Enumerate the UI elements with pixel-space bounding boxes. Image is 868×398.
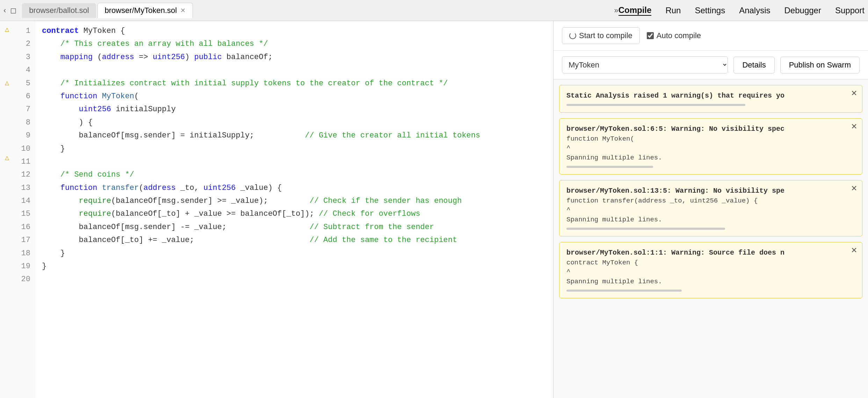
warning-title-2: browser/MyToken.sol:6:5: Warning: No vis…: [566, 125, 853, 133]
ln-7: 7: [14, 103, 35, 116]
auto-compile-label: Auto compile: [647, 31, 701, 40]
ln-4: 4: [14, 64, 35, 77]
start-compile-button[interactable]: Start to compile: [562, 27, 640, 44]
code-line-7: uint256 initialSupply: [42, 103, 546, 116]
code-line-14: require(balanceOf[msg.sender] >= _value)…: [42, 194, 546, 207]
ln-6: 6: [14, 90, 35, 103]
warning-code-2a: function MyToken(: [566, 135, 855, 143]
close-warning-1[interactable]: ✕: [851, 89, 857, 98]
warning-card-1: ✕ Static Analysis raised 1 warning(s) th…: [559, 85, 862, 113]
code-line-19: }: [42, 260, 546, 273]
code-line-3: mapping (address => uint256) public bala…: [42, 51, 546, 64]
code-line-16: balanceOf[msg.sender] -= _value; // Subt…: [42, 221, 546, 234]
details-button[interactable]: Details: [733, 57, 774, 73]
ln-13: 13: [14, 182, 35, 194]
ln-11: 11: [14, 155, 35, 168]
warning-code-4a: contract MyToken {: [566, 259, 855, 266]
gutter-row-19: [0, 217, 14, 228]
publish-swarm-button[interactable]: Publish on Swarm: [780, 57, 860, 73]
warning-card-3: ✕ browser/MyToken.sol:13:5: Warning: No …: [559, 180, 862, 236]
close-warning-4[interactable]: ✕: [851, 246, 857, 255]
ln-14: 14: [14, 194, 35, 207]
warning-progress-3: [566, 228, 725, 230]
line-numbers: 1 2 3 4 5 6 7 8 9 10 11 12 13 14 15 16 1…: [14, 21, 35, 398]
code-line-13: function transfer(address _to, uint256 _…: [42, 182, 546, 194]
code-editor[interactable]: contract MyToken { /* This creates an ar…: [35, 21, 553, 398]
warning-icon-13: △: [5, 152, 9, 164]
code-line-5: /* Initializes contract with initial sup…: [42, 77, 546, 90]
gutter-row-11: [0, 132, 14, 142]
gutter-row-3: [0, 46, 14, 57]
main-layout: △ △ △: [0, 21, 868, 398]
tab-mytoken-label: browser/MyToken.sol: [105, 6, 177, 15]
warning-caret-3: ^: [566, 206, 855, 214]
nav-debugger[interactable]: Debugger: [784, 6, 821, 15]
warning-title-3: browser/MyToken.sol:13:5: Warning: No vi…: [566, 187, 853, 195]
code-line-17: balanceOf[_to] += _value; // Add the sam…: [42, 234, 546, 247]
code-line-11: [42, 155, 546, 168]
warning-card-4: ✕ browser/MyToken.sol:1:1: Warning: Sour…: [559, 242, 862, 298]
ln-3: 3: [14, 51, 35, 64]
tab-mytoken[interactable]: browser/MyToken.sol ✕: [97, 3, 193, 18]
ln-9: 9: [14, 129, 35, 142]
warning-caret-4: ^: [566, 268, 855, 276]
ln-5: 5: [14, 77, 35, 90]
ln-8: 8: [14, 116, 35, 129]
tab-ballot[interactable]: browser/ballot.sol: [22, 3, 96, 18]
gutter-row-10: [0, 121, 14, 132]
warning-span-3: Spanning multiple lines.: [566, 216, 855, 223]
top-nav: Compile Run Settings Analysis Debugger S…: [619, 5, 865, 16]
auto-compile-checkbox[interactable]: [647, 32, 654, 39]
warning-title-1: Static Analysis raised 1 warning(s) that…: [566, 92, 853, 100]
warning-icon-1: △: [5, 24, 9, 36]
nav-support[interactable]: Support: [835, 6, 865, 15]
gutter-row-14: [0, 164, 14, 175]
ln-16: 16: [14, 221, 35, 234]
code-line-10: }: [42, 142, 546, 155]
ln-12: 12: [14, 168, 35, 181]
warning-span-4: Spanning multiple lines.: [566, 278, 855, 285]
gutter-row-16: [0, 185, 14, 196]
warning-span-2: Spanning multiple lines.: [566, 154, 855, 162]
warning-icon-6: △: [5, 77, 9, 89]
code-line-15: require(balanceOf[_to] + _value >= balan…: [42, 207, 546, 220]
back-icon[interactable]: ‹: [3, 6, 6, 15]
right-panel: Start to compile Auto compile MyToken De…: [554, 21, 868, 398]
warning-progress-2: [566, 166, 653, 168]
gutter-row-2: [0, 35, 14, 46]
more-nav-icon[interactable]: »: [614, 6, 618, 15]
warning-title-4: browser/MyToken.sol:1:1: Warning: Source…: [566, 249, 853, 257]
contract-selector[interactable]: MyToken: [562, 56, 728, 73]
close-warning-3[interactable]: ✕: [851, 184, 857, 193]
nav-settings[interactable]: Settings: [695, 6, 725, 15]
ln-10: 10: [14, 142, 35, 155]
close-tab-icon[interactable]: ✕: [180, 7, 186, 14]
gutter-row-9: [0, 110, 14, 121]
gutter-row-4: [0, 57, 14, 67]
gutter: △ △ △: [0, 21, 14, 398]
tab-nav-icons: ‹ ◻: [3, 6, 16, 15]
ln-1: 1: [14, 24, 35, 37]
warning-code-3a: function transfer(address _to, uint256 _…: [566, 197, 855, 205]
gutter-row-20: [0, 228, 14, 239]
gutter-row-5: [0, 67, 14, 78]
nav-analysis[interactable]: Analysis: [739, 6, 770, 15]
ln-18: 18: [14, 247, 35, 260]
warning-progress-4: [566, 290, 682, 292]
gutter-row-6: △: [0, 78, 14, 89]
warning-progress-1: [566, 104, 745, 106]
editor-panel: △ △ △: [0, 21, 554, 398]
warning-card-2: ✕ browser/MyToken.sol:6:5: Warning: No v…: [559, 118, 862, 175]
compile-btn-label: Start to compile: [579, 31, 632, 40]
close-warning-2[interactable]: ✕: [851, 122, 857, 131]
tab-ballot-label: browser/ballot.sol: [29, 6, 89, 15]
nav-compile[interactable]: Compile: [619, 5, 652, 16]
gutter-row-12: [0, 142, 14, 153]
code-line-2: /* This creates an array with all balanc…: [42, 37, 546, 50]
contract-row: MyToken Details Publish on Swarm: [554, 51, 868, 79]
nav-run[interactable]: Run: [665, 6, 681, 15]
layout-icon[interactable]: ◻: [10, 6, 16, 15]
refresh-icon: [569, 32, 576, 39]
code-line-20: [42, 273, 546, 286]
tab-bar: ‹ ◻ browser/ballot.sol browser/MyToken.s…: [0, 0, 868, 21]
